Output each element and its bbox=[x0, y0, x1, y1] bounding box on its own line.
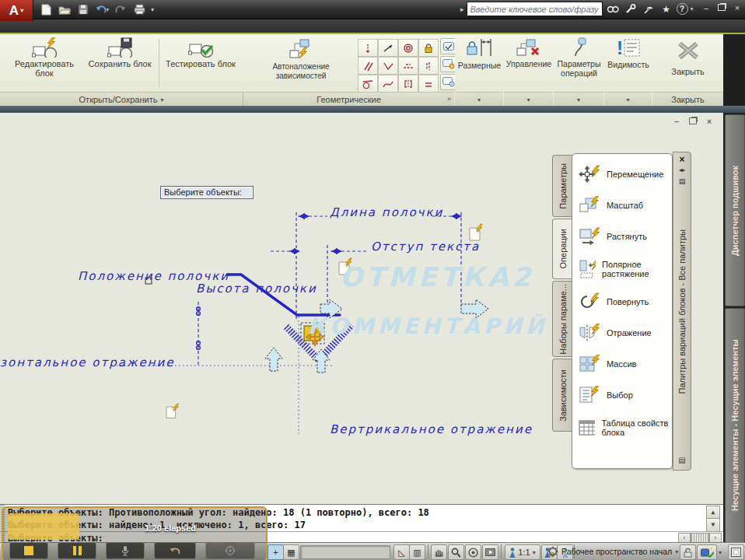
palette-item-scale[interactable]: Масштаб bbox=[572, 190, 672, 221]
close-editor-button[interactable]: Закрыть bbox=[654, 40, 722, 76]
save-block-button[interactable]: Сохранить блок bbox=[82, 37, 157, 68]
zoom-button[interactable] bbox=[448, 544, 464, 560]
panel-dimensional-footer[interactable]: ▾ bbox=[455, 92, 503, 107]
recorder-settings-button[interactable] bbox=[205, 542, 255, 559]
recorder-mic-button[interactable] bbox=[106, 542, 145, 559]
palette-title: Палитры вариаций блоков - Все палитры bbox=[677, 229, 687, 394]
status-menu-button[interactable] bbox=[697, 544, 717, 560]
constraint-smooth-button[interactable] bbox=[378, 75, 398, 93]
palette-item-stretch[interactable]: Растянуть bbox=[572, 221, 672, 252]
palette-close-button[interactable]: × bbox=[677, 154, 687, 165]
palette-item-scale-label: Масштаб bbox=[607, 201, 643, 210]
undo-caret-icon[interactable]: ▾ bbox=[106, 6, 109, 13]
new-file-button[interactable] bbox=[39, 3, 53, 16]
panel-manage-footer[interactable]: ▾ bbox=[504, 92, 553, 107]
palette-autohide-button[interactable]: ◂▸ bbox=[677, 166, 687, 176]
open-file-button[interactable] bbox=[58, 3, 72, 16]
workspace-switch-button[interactable]: Рабочее пространство начал ▾ bbox=[544, 544, 681, 558]
constraint-equal-button[interactable] bbox=[418, 75, 439, 93]
app-menu-button[interactable]: A ▾ bbox=[0, 0, 33, 21]
otrack-toggle-button[interactable]: + bbox=[268, 544, 284, 560]
constraint-horizontal-button[interactable] bbox=[398, 57, 418, 75]
close-editor-label: Закрыть bbox=[671, 67, 704, 76]
recorder-undo-button[interactable] bbox=[154, 542, 196, 559]
dimensional-constraint-button[interactable]: Размерные bbox=[456, 37, 502, 70]
palette-item-polar-stretch[interactable]: Полярное растяжение bbox=[572, 252, 672, 286]
showmotion-button[interactable] bbox=[482, 544, 498, 560]
window-minimize-button[interactable]: – bbox=[700, 2, 712, 14]
sheet-set-manager-bar[interactable]: Диспетчер подшивок bbox=[725, 114, 745, 306]
toolbar-lock-button[interactable] bbox=[680, 544, 696, 560]
command-scroll-down-button[interactable]: ▼ bbox=[706, 518, 720, 532]
visibility-button[interactable]: ! Видимость bbox=[606, 37, 651, 69]
steering-wheel-button[interactable] bbox=[465, 544, 481, 560]
geometric-dialog-launcher-icon[interactable]: » bbox=[447, 95, 451, 103]
clean-screen-button[interactable] bbox=[728, 544, 744, 560]
help-icon[interactable]: ? bbox=[677, 3, 688, 15]
constraint-parallel-button[interactable] bbox=[358, 57, 378, 75]
constraint-symmetric-button[interactable] bbox=[398, 75, 418, 93]
constraint-tangent-button[interactable] bbox=[358, 75, 378, 93]
help-caret-icon[interactable]: ▾ bbox=[691, 5, 694, 12]
constraint-vertical-button[interactable] bbox=[418, 57, 439, 75]
qat-customize-caret-icon[interactable]: ▾ bbox=[151, 6, 154, 13]
palette-tab-parameters[interactable]: Параметры bbox=[552, 155, 572, 217]
palette-tab-parameter-sets[interactable]: Наборы параме... bbox=[552, 281, 572, 357]
window-close-button[interactable]: × bbox=[731, 2, 743, 14]
annotation-scale-button[interactable]: 1:1 ▾ bbox=[505, 544, 540, 560]
search-collapse-icon[interactable]: ▸ bbox=[460, 5, 464, 13]
constraint-concentric-button[interactable] bbox=[398, 39, 418, 57]
constraint-collinear-button[interactable] bbox=[378, 39, 398, 57]
panel-action-params-footer[interactable]: ▾ bbox=[554, 92, 603, 107]
auto-constrain-button[interactable]: Автоналожение зависимостей bbox=[247, 37, 355, 81]
quick-access-toolbar: ▾ ▾ bbox=[39, 2, 154, 16]
palette-title-bar[interactable]: × ◂▸ ▤ Палитры вариаций блоков - Все пал… bbox=[673, 152, 691, 471]
ghost-attribute-comment: КОММЕНТАРИЙ bbox=[308, 313, 547, 339]
palette-item-array[interactable]: Массив bbox=[572, 348, 672, 380]
constraint-perpendicular-button[interactable] bbox=[378, 57, 398, 75]
communication-center-icon[interactable] bbox=[641, 2, 656, 16]
redo-button[interactable] bbox=[114, 3, 128, 16]
panel-visibility-footer[interactable]: ▾ bbox=[604, 92, 652, 107]
palette-item-flip[interactable]: Отражение bbox=[572, 317, 672, 348]
palette-tab-constraints[interactable]: Зависимости bbox=[552, 359, 572, 432]
panel-open-save-footer[interactable]: Открыть/Сохранить ▾ bbox=[0, 92, 243, 107]
manage-constraints-button[interactable]: Управление bbox=[505, 37, 552, 68]
flip-action-icon bbox=[579, 324, 600, 342]
doc-restore-button[interactable] bbox=[687, 117, 699, 128]
action-params-button[interactable]: Параметры операций bbox=[555, 37, 603, 78]
palette-item-block-properties-table[interactable]: Таблица свойств блока bbox=[572, 411, 672, 445]
subscription-center-icon[interactable] bbox=[623, 2, 638, 16]
label-vertical-flip: Вертрикальное отражение bbox=[330, 422, 533, 436]
palette-settings-button[interactable]: ▤ bbox=[677, 456, 687, 467]
layout-button[interactable]: ▥ bbox=[409, 544, 425, 560]
pan-button[interactable] bbox=[431, 544, 447, 560]
save-button[interactable] bbox=[76, 3, 90, 16]
gear-icon bbox=[547, 546, 558, 557]
tool-palette-bar[interactable]: Несущие элементы - Несущие элементы bbox=[725, 308, 745, 543]
search-icon[interactable] bbox=[605, 2, 621, 16]
palette-item-lookup[interactable]: Выбор bbox=[572, 380, 672, 411]
model-space-button[interactable]: ◺ bbox=[393, 544, 410, 560]
doc-minimize-button[interactable]: – bbox=[670, 117, 683, 128]
recorder-pause-button[interactable] bbox=[58, 542, 96, 559]
edit-block-button[interactable]: Редактировать блок bbox=[6, 37, 82, 78]
palette-item-move[interactable]: Перемещение bbox=[572, 159, 672, 190]
recorder-stop-button[interactable] bbox=[9, 542, 48, 559]
constraint-fix-button[interactable] bbox=[418, 39, 439, 57]
test-block-button[interactable]: Тестировать блок bbox=[162, 37, 240, 68]
plot-button[interactable] bbox=[132, 3, 146, 16]
doc-close-button[interactable]: × bbox=[703, 117, 715, 128]
constraint-coincident-button[interactable] bbox=[358, 39, 378, 57]
scale-action-icon bbox=[579, 196, 600, 215]
palette-item-block-properties-table-label: Таблица свойств блока bbox=[601, 418, 672, 437]
search-input[interactable] bbox=[467, 2, 603, 16]
undo-button[interactable]: ▾ bbox=[95, 3, 109, 16]
window-restore-button[interactable] bbox=[715, 2, 728, 14]
favorites-star-icon[interactable]: ★ bbox=[659, 2, 674, 16]
dynamic-input-toggle-button[interactable]: ▦ bbox=[283, 544, 299, 560]
palette-tab-actions[interactable]: Операции bbox=[552, 219, 572, 279]
status-tray-caret-icon[interactable]: ▾ bbox=[719, 549, 722, 556]
label-shelf-height: Высота полочки bbox=[196, 282, 317, 296]
palette-item-rotate[interactable]: Повернуть bbox=[572, 286, 672, 317]
